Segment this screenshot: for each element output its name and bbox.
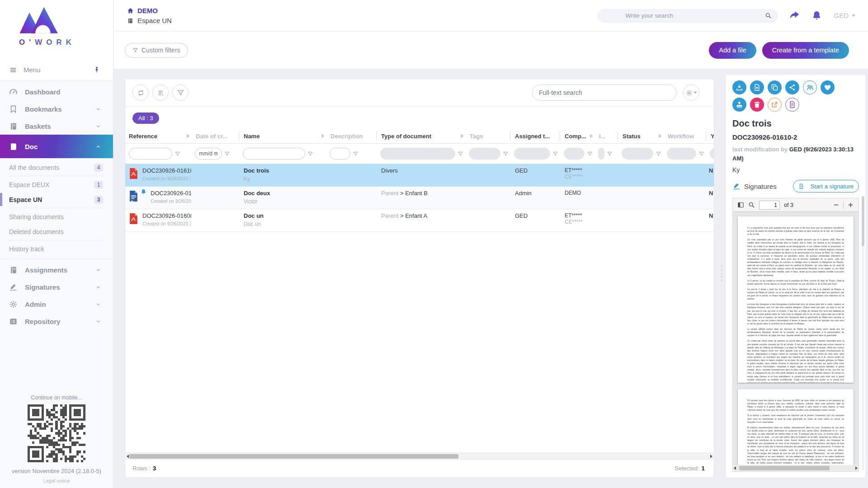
sidebar-item-dashboard[interactable]: Dashboard	[0, 83, 113, 100]
column-header[interactable]: Date of cr...	[191, 129, 239, 143]
sidebar-subitem[interactable]: Sharing documents	[0, 209, 113, 224]
sidebar-item-assignments[interactable]: Assignments	[0, 261, 113, 278]
user-menu[interactable]: GED	[834, 12, 855, 19]
column-filter[interactable]: mm/d	[191, 144, 239, 164]
breadcrumb-home[interactable]: DEMO	[127, 7, 172, 14]
sidebar-subitem[interactable]: Espace UN3	[0, 192, 113, 207]
column-header[interactable]: Reference	[125, 129, 191, 143]
panel-resize-handle[interactable]	[720, 266, 723, 281]
funnel-icon[interactable]	[607, 151, 613, 157]
document-properties-button[interactable]	[785, 98, 799, 112]
table-row[interactable]: DOC230926-01610-2 Created on 9/26/2023 3…	[125, 164, 714, 187]
column-header[interactable]: Y...	[706, 129, 714, 143]
start-signature-button[interactable]: Start a signature	[793, 180, 859, 192]
favorite-button[interactable]	[821, 80, 835, 94]
pin-icon[interactable]	[93, 66, 100, 74]
column-header[interactable]: Status	[618, 129, 663, 143]
table-row[interactable]: DOC230926-01609-0 Created on 9/26/2023 3…	[125, 187, 714, 209]
breadcrumb-space[interactable]: Espace UN	[127, 17, 172, 24]
delete-button[interactable]	[750, 98, 764, 112]
calendar-icon[interactable]	[214, 151, 218, 156]
scroll-right-arrow[interactable]	[855, 466, 858, 470]
zoom-out-icon[interactable]	[833, 202, 840, 208]
filter-badge-all[interactable]: All : 3	[132, 113, 159, 124]
funnel-icon[interactable]	[698, 151, 704, 157]
column-filter[interactable]	[125, 144, 191, 164]
sidebar-item-bookmarks[interactable]: Bookmarks	[0, 100, 113, 117]
sidebar-item-baskets[interactable]: Baskets	[0, 117, 113, 135]
funnel-icon[interactable]	[552, 151, 558, 157]
funnel-icon[interactable]	[587, 151, 593, 157]
date-filter-input[interactable]: mm/d	[195, 148, 222, 160]
add-file-button[interactable]: Add a file	[709, 42, 756, 59]
sidebar-item-admin[interactable]: Admin	[0, 296, 113, 313]
funnel-icon[interactable]	[353, 151, 359, 157]
sidebar-menu-toggle[interactable]: Menu	[0, 60, 113, 80]
column-filter[interactable]	[663, 144, 706, 164]
stamp-button[interactable]	[732, 98, 746, 112]
column-filter[interactable]	[560, 144, 594, 164]
sidebar-toggle-icon[interactable]	[737, 202, 744, 208]
custom-filters-button[interactable]: Custom filters	[125, 43, 188, 58]
funnel-icon[interactable]	[656, 151, 661, 157]
column-header[interactable]: I...	[594, 129, 618, 143]
column-header[interactable]: Comp...	[560, 129, 594, 143]
scrollbar-thumb[interactable]	[739, 466, 830, 470]
column-filter[interactable]	[594, 144, 618, 164]
download-button[interactable]	[732, 80, 746, 94]
columns-button[interactable]	[152, 84, 169, 101]
scroll-left-arrow[interactable]	[127, 455, 129, 458]
upload-version-button[interactable]	[750, 80, 764, 94]
funnel-icon[interactable]	[175, 151, 180, 157]
page-number-input[interactable]	[759, 201, 780, 210]
funnel-icon[interactable]	[503, 151, 509, 157]
column-filter[interactable]	[239, 144, 326, 164]
refresh-button[interactable]	[132, 84, 149, 101]
sidebar-item-signatures[interactable]: Signatures	[0, 278, 113, 296]
assign-users-button[interactable]	[803, 80, 817, 94]
filter-input[interactable]	[330, 148, 350, 160]
column-filter[interactable]	[377, 144, 465, 164]
pdf-horizontal-scrollbar[interactable]	[733, 465, 859, 471]
column-header[interactable]: Assigned t...	[510, 129, 560, 143]
filter-input[interactable]	[243, 148, 305, 160]
filter-button[interactable]	[172, 84, 189, 101]
fulltext-search-input[interactable]: Full-text search	[532, 84, 677, 101]
column-header[interactable]: Name	[239, 129, 326, 143]
column-filter[interactable]	[510, 144, 560, 164]
column-header[interactable]: Description	[326, 129, 377, 143]
funnel-icon[interactable]	[307, 151, 313, 157]
column-header[interactable]: Workflow	[663, 129, 706, 143]
filter-input[interactable]	[129, 148, 172, 160]
horizontal-scrollbar[interactable]	[126, 453, 713, 459]
column-filter[interactable]	[706, 144, 714, 164]
open-external-button[interactable]	[768, 98, 782, 112]
search-icon[interactable]	[748, 202, 755, 208]
zoom-in-icon[interactable]	[847, 202, 854, 208]
sidebar-subitem[interactable]: All the documents4	[0, 160, 113, 175]
sidebar-item-repository[interactable]: Repository	[0, 313, 113, 330]
create-from-template-button[interactable]: Create from a template	[762, 42, 849, 59]
scroll-left-arrow[interactable]	[734, 466, 736, 470]
duplicate-button[interactable]	[768, 80, 782, 94]
funnel-icon[interactable]	[458, 151, 463, 157]
global-search-input[interactable]: Write your search	[598, 9, 778, 22]
column-filter[interactable]	[465, 144, 510, 164]
sidebar-subitem[interactable]: Espace DEUX1	[0, 177, 113, 192]
funnel-icon[interactable]	[224, 151, 230, 157]
column-filter[interactable]	[618, 144, 663, 164]
sidebar-subitem[interactable]: History track	[0, 241, 113, 256]
column-header[interactable]: Type of document	[377, 129, 465, 143]
table-row[interactable]: DOC230926-01608-0 Created on 9/26/2023 3…	[125, 209, 714, 232]
column-header[interactable]: Tags	[465, 129, 510, 143]
bell-icon[interactable]	[811, 10, 822, 21]
share-button[interactable]	[785, 80, 799, 94]
scrollbar-thumb[interactable]	[129, 454, 458, 459]
pdf-pages-area[interactable]: Il y a aujourd'hui trois cent quarante-h…	[733, 212, 859, 465]
scroll-right-arrow[interactable]	[710, 455, 712, 458]
column-filter[interactable]	[326, 144, 377, 164]
legal-notice-link[interactable]: Legal notice	[0, 478, 113, 483]
sidebar-subitem[interactable]: Deleted documents	[0, 224, 113, 239]
panel-vertical-scrollbar[interactable]	[862, 196, 864, 470]
share-icon[interactable]	[789, 10, 800, 21]
